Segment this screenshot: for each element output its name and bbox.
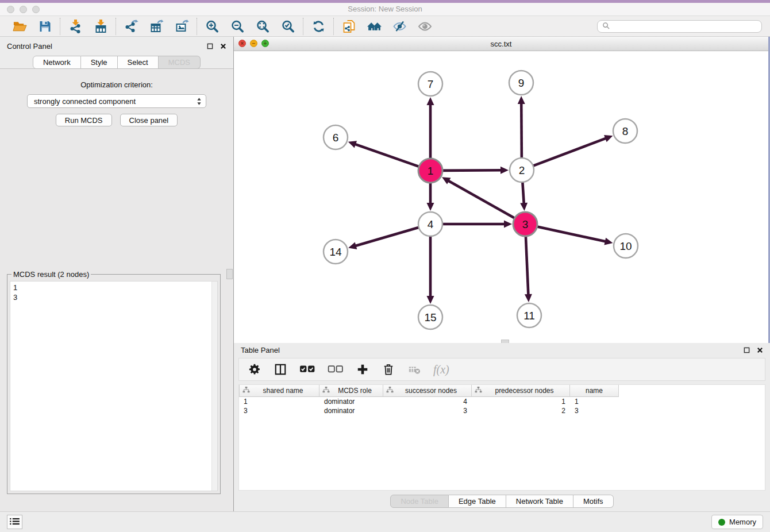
network-minimize-button[interactable]: − (250, 40, 257, 47)
network-window: × − + scc.txt 7968124314101511 (234, 37, 770, 343)
export-image-icon[interactable] (174, 19, 190, 34)
import-table-icon[interactable] (93, 19, 109, 34)
table-cell[interactable]: 1 (239, 398, 319, 406)
table-cell[interactable]: 1 (472, 398, 570, 406)
tab-select[interactable]: Select (118, 56, 159, 69)
criterion-dropdown[interactable]: strongly connected component (27, 94, 206, 108)
duplicate-network-icon[interactable] (341, 19, 357, 34)
select-all-icon[interactable] (299, 362, 315, 377)
delete-table-icon (407, 362, 421, 377)
edge-2-8[interactable] (532, 138, 606, 166)
table-panel: Table Panel f(x) shared nameMCDS rolesuc… (234, 343, 770, 511)
edge-2-3[interactable] (522, 181, 524, 204)
memory-button[interactable]: Memory (711, 515, 763, 529)
close-panel-icon[interactable] (220, 43, 226, 50)
main-area: Control Panel NetworkStyleSelectMCDS Opt… (0, 37, 770, 511)
edge-arrow-1-2 (500, 167, 509, 174)
column-header-MCDS-role[interactable]: MCDS role (319, 385, 383, 397)
show-panels-icon[interactable] (417, 19, 433, 34)
table-tab-edge-table[interactable]: Edge Table (449, 495, 506, 508)
graph-node-label-7: 7 (428, 78, 434, 90)
export-network-icon[interactable] (123, 19, 139, 34)
table-row[interactable]: 1dominator411 (239, 397, 765, 406)
show-all-networks-icon[interactable] (366, 19, 382, 34)
edge-arrow-1-6 (348, 141, 357, 148)
window-title: Session: New Session (0, 5, 770, 13)
edge-2-9[interactable] (521, 103, 522, 159)
mcds-panel: Optimization criterion: strongly connect… (0, 68, 233, 511)
open-session-icon[interactable] (11, 19, 28, 34)
tab-network[interactable]: Network (33, 56, 81, 69)
close-panel-button[interactable]: Close panel (120, 114, 178, 126)
mcds-result-text[interactable]: 13 (10, 281, 218, 491)
column-tree-icon (475, 387, 482, 395)
network-window-titlebar[interactable]: × − + scc.txt (234, 37, 768, 51)
edge-3-1[interactable] (448, 180, 515, 218)
main-toolbar (0, 16, 770, 37)
float-table-panel-icon[interactable] (743, 346, 750, 353)
table-cell[interactable]: dominator (319, 398, 383, 406)
close-table-panel-icon[interactable] (756, 346, 763, 353)
search-box[interactable] (597, 20, 762, 33)
search-input[interactable] (613, 22, 757, 31)
column-label: MCDS role (330, 387, 380, 395)
table-cell[interactable]: 4 (383, 398, 472, 406)
network-maximize-button[interactable]: + (261, 40, 269, 47)
edge-arrow-3-11 (525, 294, 532, 302)
function-builder-icon: f(x) (433, 362, 449, 377)
table-cell[interactable]: dominator (319, 407, 383, 415)
network-graph[interactable]: 7968124314101511 (234, 51, 768, 343)
task-history-button[interactable] (7, 515, 22, 529)
refresh-network-icon[interactable] (310, 19, 326, 34)
control-panel-tabs: NetworkStyleSelectMCDS (0, 56, 233, 70)
table-tab-node-table[interactable]: Node Table (390, 495, 449, 508)
settings-icon[interactable] (248, 362, 261, 377)
zoom-selected-icon[interactable] (280, 19, 296, 34)
graph-node-label-11: 11 (523, 310, 535, 322)
column-header-name[interactable]: name (570, 385, 619, 397)
tab-mcds[interactable]: MCDS (159, 56, 201, 69)
splitter-handle[interactable] (226, 269, 233, 279)
unselect-all-icon[interactable] (328, 362, 344, 377)
save-session-icon[interactable] (37, 19, 53, 34)
graph-node-label-14: 14 (329, 246, 342, 258)
column-label: shared name (250, 387, 316, 395)
table-body: 1dominator4113dominator323 (239, 397, 765, 415)
edge-1-6[interactable] (355, 144, 420, 167)
edge-arrow-1-4 (427, 203, 434, 211)
edge-3-10[interactable] (536, 226, 606, 242)
table-cell[interactable]: 3 (239, 407, 319, 415)
network-close-button[interactable]: × (238, 40, 246, 47)
run-mcds-button[interactable]: Run MCDS (56, 114, 112, 126)
network-canvas[interactable]: 7968124314101511 (234, 51, 768, 343)
table-toolbar: f(x) (238, 358, 765, 381)
table-cell[interactable]: 3 (383, 407, 472, 415)
column-tree-icon (242, 387, 250, 395)
column-header-predecessor-nodes[interactable]: predecessor nodes (472, 385, 570, 397)
import-network-icon[interactable] (67, 19, 83, 34)
table-header-row: shared nameMCDS rolesuccessor nodesprede… (239, 385, 765, 397)
delete-icon[interactable] (382, 362, 395, 377)
table-tab-motifs[interactable]: Motifs (573, 495, 614, 508)
table-tab-network-table[interactable]: Network Table (506, 495, 573, 508)
optimization-criterion-label: Optimization criterion: (80, 80, 153, 89)
split-panel-icon[interactable] (274, 362, 287, 377)
export-table-icon[interactable] (148, 19, 164, 34)
table-cell[interactable]: 3 (570, 407, 619, 415)
hide-panels-icon[interactable] (391, 19, 407, 34)
zoom-in-icon[interactable] (204, 19, 220, 34)
zoom-fit-icon[interactable] (255, 19, 271, 34)
add-icon[interactable] (356, 362, 369, 377)
float-panel-icon[interactable] (206, 43, 213, 50)
column-header-successor-nodes[interactable]: successor nodes (383, 385, 472, 397)
table-cell[interactable]: 1 (570, 398, 619, 406)
edge-1-2[interactable] (441, 170, 502, 171)
table-row[interactable]: 3dominator323 (239, 406, 765, 415)
column-header-shared-name[interactable]: shared name (239, 385, 319, 397)
edge-4-14[interactable] (355, 227, 420, 246)
tab-style[interactable]: Style (81, 56, 118, 69)
zoom-out-icon[interactable] (229, 19, 245, 34)
titlebar-accent (0, 0, 770, 3)
table-cell[interactable]: 2 (472, 407, 570, 415)
edge-3-11[interactable] (526, 235, 529, 295)
